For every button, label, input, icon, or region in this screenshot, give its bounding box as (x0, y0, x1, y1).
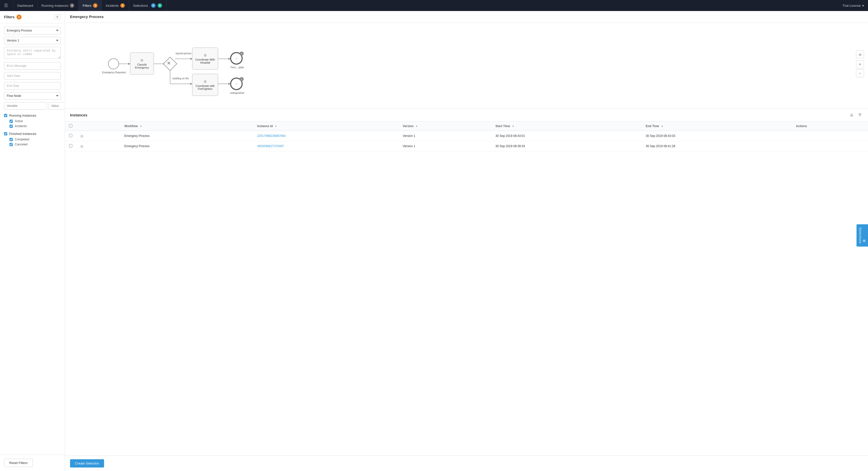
nav-filters[interactable]: Filters 2 (79, 0, 101, 11)
end-event-fire[interactable]: ✓ 1 (230, 78, 243, 90)
finished-instances-checkbox[interactable] (4, 132, 7, 136)
end-time-sort-icon: ▼ (661, 125, 663, 128)
col-workflow[interactable]: Workflow ▼ (120, 122, 253, 131)
version-sort-icon: ▼ (415, 125, 418, 128)
nav-running-instances[interactable]: Running Instances 0 (37, 0, 79, 11)
row-start-time: 30 Sep 2019 08:39:34 (492, 141, 642, 151)
instances-table: Workflow ▼ Instance Id ▼ Version ▼ Sta (65, 122, 868, 151)
top-nav: ☰ Dashboard Running Instances 0 Filters … (0, 0, 868, 11)
process-select[interactable]: Emergecy Process (4, 27, 61, 34)
selections-tab-icon: ⊕ (862, 227, 866, 242)
hospital-icon: ⚙ (204, 53, 207, 57)
zoom-in-button[interactable]: + (856, 60, 864, 68)
start-label: Emergency Reported (102, 71, 125, 74)
injured-person-label: injured person (176, 52, 191, 55)
col-end-time[interactable]: End Time ▼ (642, 122, 792, 131)
end-date-input[interactable] (4, 82, 61, 90)
instances-panel: Instances ⇊ ⇈ Workflow ▼ (65, 109, 868, 471)
col-instance-id[interactable]: Instance Id ▼ (253, 122, 399, 131)
variable-row (4, 102, 61, 110)
instance-id-input[interactable] (4, 47, 61, 59)
version-select[interactable]: Version 1 (4, 37, 61, 44)
running-instances-badge: 0 (70, 3, 74, 8)
finished-instances-group: Finished Instances Completed Canceled (4, 132, 61, 146)
selections-badge-1: 0 (151, 3, 156, 8)
completed-checkbox[interactable] (9, 138, 13, 141)
incidents-badge: 0 (120, 3, 125, 8)
workflow-sort-icon: ▼ (140, 125, 142, 128)
bottom-bar: Create Selection (65, 455, 868, 471)
running-instances-checkbox[interactable] (4, 114, 7, 117)
pers-hospital-label: Pers... ipital (227, 66, 247, 69)
fire-badge: 1 (240, 77, 244, 81)
coordinate-fire-task[interactable]: ⚙ Coordinate with FireFighters (192, 74, 218, 96)
canceled-checkbox[interactable] (9, 143, 13, 146)
start-date-input[interactable] (4, 72, 61, 80)
process-panel: Emergecy Process (65, 11, 868, 109)
process-title: Emergecy Process (65, 11, 868, 23)
row-checkbox[interactable] (69, 134, 72, 137)
nav-incidents[interactable]: Incidents 0 (102, 0, 129, 11)
bpmn-arrows (65, 23, 868, 105)
create-selection-button[interactable]: Create Selection (70, 459, 104, 468)
row-checkbox[interactable] (69, 144, 72, 147)
variable-input[interactable] (4, 102, 47, 110)
select-all-checkbox[interactable] (69, 124, 72, 127)
bpmn-canvas: Emergency Reported ⚙ Classify Emergency … (65, 23, 868, 105)
start-time-sort-icon: ▼ (512, 125, 514, 128)
canceled-checkbox-label[interactable]: Canceled (9, 143, 61, 146)
header-actions: ⇊ ⇈ (848, 112, 863, 118)
table-header-row: Workflow ▼ Instance Id ▼ Version ▼ Sta (65, 122, 868, 131)
row-actions (792, 141, 868, 151)
col-version[interactable]: Version ▼ (399, 122, 492, 131)
finished-instances-label[interactable]: Finished Instances (4, 132, 61, 136)
table-row: ◎ Emergecy Process 22517998136887940 Ver… (65, 131, 868, 141)
nav-dashboard[interactable]: Dashboard (13, 0, 37, 11)
incidents-checkbox[interactable] (9, 125, 13, 128)
reset-filters-button[interactable]: Reset Filters (4, 459, 33, 467)
collapse-button[interactable]: K (54, 14, 61, 20)
content-area: Emergecy Process (65, 11, 868, 471)
value-input[interactable] (49, 102, 65, 110)
incidents-checkbox-label[interactable]: Incidents (9, 124, 61, 128)
filters-badge: 2 (93, 3, 98, 8)
expand-instances-button[interactable]: ⇈ (857, 112, 863, 118)
row-end-time: 30 Sep 2019 08:41:28 (642, 141, 792, 151)
locate-button[interactable]: ◎ (856, 50, 864, 58)
classify-emergency-task[interactable]: ⚙ Classify Emergency (130, 53, 154, 75)
row-end-time: 30 Sep 2019 08:43:03 (642, 131, 792, 141)
coordinate-hospital-task[interactable]: ⚙ Coordinate With Hospital (192, 48, 218, 69)
trial-license[interactable]: Trial License ▾ (842, 4, 864, 7)
flow-node-select[interactable]: Flow Node (4, 92, 61, 99)
row-instance-id[interactable]: 22517998136887940 (253, 131, 399, 141)
running-instances-group: Running Instances Active Incidents (4, 114, 61, 128)
row-checkbox-cell (65, 141, 76, 151)
col-actions: Actions (792, 122, 868, 131)
collapse-instances-button[interactable]: ⇊ (848, 112, 855, 118)
row-workflow: Emergecy Process (120, 131, 253, 141)
row-instance-id[interactable]: 4503599627370497 (253, 141, 399, 151)
zoom-controls: ◎ + − (856, 50, 864, 77)
sidebar-header: Filters 2 K (0, 11, 65, 23)
active-checkbox[interactable] (9, 120, 13, 123)
zoom-out-button[interactable]: − (856, 69, 864, 77)
end-event-hospital[interactable]: ✓ 1 (230, 52, 243, 65)
row-status-icon: ◎ (76, 131, 120, 141)
row-workflow: Emergecy Process (120, 141, 253, 151)
sidebar: Filters 2 K Emergecy Process Version 1 F… (0, 11, 65, 471)
instance-id-sort-icon: ▼ (275, 125, 277, 128)
classify-icon: ⚙ (140, 58, 144, 62)
running-instances-label[interactable]: Running Instances (4, 114, 61, 117)
extinguished-label: extinguished (227, 92, 247, 94)
nav-selections[interactable]: Selections 0 0 (129, 0, 166, 11)
active-checkbox-label[interactable]: Active (9, 119, 61, 123)
row-actions (792, 131, 868, 141)
sidebar-content: Emergecy Process Version 1 Flow Node Run… (0, 23, 65, 454)
sidebar-title: Filters 2 (4, 14, 22, 20)
col-start-time[interactable]: Start Time ▼ (492, 122, 642, 131)
gateway-x-icon: ✕ (167, 61, 170, 66)
bpmn-start-event[interactable] (108, 58, 119, 69)
error-message-input[interactable] (4, 62, 61, 69)
completed-checkbox-label[interactable]: Completed (9, 138, 61, 141)
selections-tab[interactable]: ⊕ Selections (857, 224, 868, 246)
